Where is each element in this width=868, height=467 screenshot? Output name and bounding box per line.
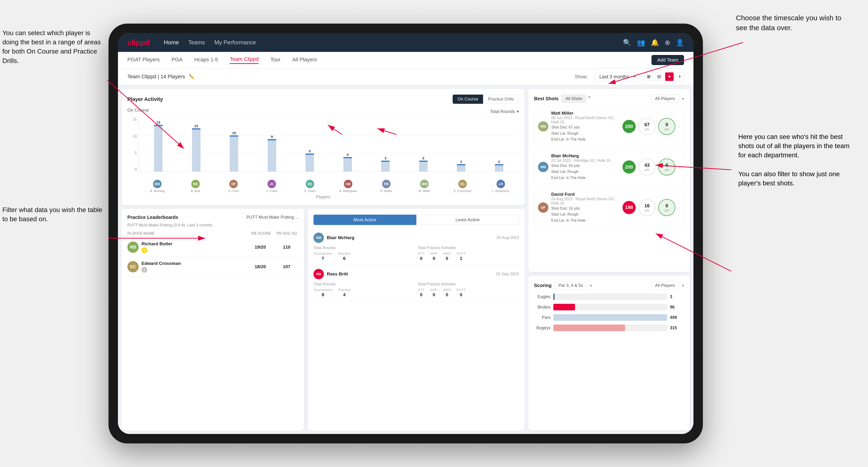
nav-item-home[interactable]: Home (164, 39, 179, 46)
shot-player-name-1: Blair McHarg (551, 153, 620, 158)
eagles-count: 3 (670, 294, 684, 299)
shot-player-avatar-2: DF (538, 203, 549, 213)
player-avatar-7: MM (420, 180, 429, 188)
bar-chart: 15 10 5 0 13 (127, 118, 519, 179)
shot-stat-val-1: 43 (644, 162, 650, 168)
bar-highlight-4 (305, 154, 314, 155)
active-player-name-0: Blair McHarg (327, 235, 493, 240)
col-player-name: PLAYER NAME (127, 231, 247, 236)
filter-chevron: ▾ (588, 95, 590, 103)
bar-value-4: 5 (309, 149, 311, 153)
search-icon[interactable]: 🔍 (623, 39, 631, 46)
bars-container: 13 12 (138, 118, 519, 172)
plus-circle-icon[interactable]: ⊕ (665, 39, 670, 46)
scoring-all-players-btn[interactable]: All Players (651, 281, 679, 290)
grid-view-btn[interactable]: ⊞ (644, 72, 653, 81)
nav-icons: 🔍 👥 🔔 ⊕ 👤 (623, 39, 684, 46)
player-labels: BM B. McHarg BB B. Britt DF D. Ford JC (127, 180, 519, 193)
shot-stat-remain-val-1: 0 (665, 162, 668, 168)
shot-card-0: MM Matt Miller 09 Jun 2023 · Royal North… (534, 106, 684, 147)
bar-highlight-1 (192, 128, 200, 129)
bell-icon[interactable]: 🔔 (651, 39, 659, 46)
shot-stat-dist-1: 43 yds (639, 158, 655, 176)
card-view-btn[interactable]: ⊟ (655, 72, 663, 81)
chart-filter-area: Total Rounds ▾ (490, 109, 519, 114)
add-team-button[interactable]: Add Team (651, 55, 684, 65)
player-label-4: EE E. Ebert (292, 180, 328, 193)
player-stats-grid-1: Total Rounds Tournament 8 Practice (313, 282, 519, 298)
pars-bar-fill (553, 314, 667, 321)
player-avatar-9: LR (497, 180, 505, 188)
active-player-row-1: RB Rees Britt 02 Sep 2023 Total Rounds T… (313, 265, 519, 302)
practice-stat-0: Practice 6 (338, 251, 351, 261)
arg-val-0: 0 (446, 256, 448, 261)
active-player-date-1: 02 Sep 2023 (496, 272, 519, 276)
all-shots-btn[interactable]: All Shots (561, 95, 586, 103)
bar-highlight-0 (154, 125, 162, 126)
nav-item-teams[interactable]: Teams (188, 39, 205, 46)
most-active-tab-btn[interactable]: Most Active (313, 215, 416, 225)
shot-arrow-2[interactable]: › (678, 204, 680, 211)
shot-arrow-0[interactable]: › (678, 123, 680, 130)
bar-highlight-3 (268, 139, 276, 140)
annotation-timescale: Choose the timescale you wish to see the… (736, 13, 854, 33)
users-icon[interactable]: 👥 (637, 39, 645, 46)
bar-name-1: B. Britt (191, 189, 200, 193)
shot-stat-remain-unit-1: yds (664, 168, 669, 172)
shot-stat-val-0: 67 (644, 122, 650, 127)
show-label: Show: (575, 74, 588, 80)
annotation-player-select: You can select which player is doing the… (2, 28, 104, 65)
heart-view-btn[interactable]: ♥ (665, 72, 674, 81)
total-practice-section-1: Total Practice Activities GTT 0 APP (418, 282, 519, 298)
bar-group-0: 13 (140, 118, 177, 172)
annotation-filter: Filter what data you wish the table to b… (2, 205, 104, 224)
player-label-0: BM B. McHarg (139, 180, 176, 193)
shot-stat-remain-unit-0: yds (664, 127, 669, 131)
player-avatar-1: BB (191, 180, 200, 188)
on-course-label: On Course (127, 107, 149, 113)
rank-badges-0: 1 (142, 247, 246, 253)
show-dropdown[interactable]: Last 3 months (594, 72, 637, 81)
sub-nav-hcaps[interactable]: Hcaps 1-5 (194, 57, 218, 64)
putt-stat-1: PUTT 0 (456, 288, 466, 298)
gtt-stat-0: GTT 0 (418, 251, 425, 261)
practice-filter-btn[interactable]: PUTT Must Make Putting ... (247, 215, 299, 220)
shot-arrow-1[interactable]: › (678, 164, 680, 170)
bar-name-9: L. Robertson (492, 189, 509, 193)
all-players-chevron[interactable]: ▾ (682, 96, 684, 101)
sub-nav-tour[interactable]: Tour (270, 57, 280, 64)
bar-9 (495, 164, 503, 172)
arg-stat-1: ARG 0 (443, 288, 451, 298)
bar-highlight-6 (381, 161, 390, 162)
sub-nav-pgat[interactable]: PGAT Players (127, 57, 160, 64)
leaderboard-pb-score-1: 18/20 (248, 264, 272, 269)
scoring-filter-chevron[interactable]: ▾ (590, 283, 592, 288)
all-players-dropdown[interactable]: All Players (651, 95, 679, 103)
sub-nav-all-players[interactable]: All Players (292, 57, 317, 64)
scoring-all-players-chevron[interactable]: ▾ (682, 283, 684, 288)
filter-view-btn[interactable]: ⊧ (676, 72, 684, 81)
practice-val-0: 6 (343, 256, 346, 261)
player-avatar-3: JC (268, 180, 276, 188)
gtt-val-1: 0 (420, 292, 423, 298)
sub-nav-team-clippd[interactable]: Team Clippd (230, 56, 258, 64)
eagles-bar-fill (553, 293, 555, 300)
least-active-tab-btn[interactable]: Least Active (416, 215, 519, 225)
chart-dropdown-icon[interactable]: ▾ (517, 109, 519, 114)
scoring-filter-btn[interactable]: Par 3, 4 & 5s (554, 281, 587, 290)
practice-stats-row-1: GTT 0 APP 0 ARG (418, 288, 519, 298)
on-course-btn[interactable]: On Course (453, 95, 483, 104)
bar-value-9: 2 (498, 160, 500, 164)
leaderboard-avg-score-0: 110 (275, 245, 299, 250)
nav-item-my-performance[interactable]: My Performance (214, 39, 256, 46)
total-rounds-title-0: Total Rounds (313, 246, 415, 250)
sub-nav-pga[interactable]: PGA (172, 57, 182, 64)
edit-icon[interactable]: ✏️ (189, 74, 195, 80)
user-avatar-icon[interactable]: 👤 (676, 39, 684, 46)
leaderboard-avatar-0: RB (127, 242, 139, 253)
practice-drills-btn[interactable]: Practice Drills (483, 95, 519, 104)
total-rounds-title-1: Total Rounds (313, 282, 415, 286)
bar-value-6: 3 (384, 156, 386, 160)
bar-name-7: M. Miller (418, 189, 430, 193)
bar-name-2: D. Ford (228, 189, 239, 193)
